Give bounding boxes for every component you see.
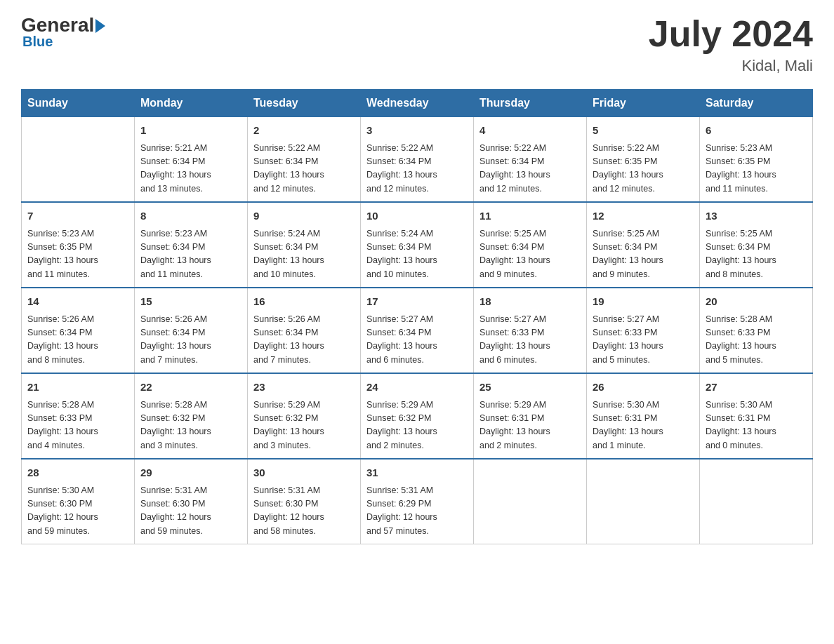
- day-number: 6: [706, 123, 807, 139]
- day-info: Sunrise: 5:25 AMSunset: 6:34 PMDaylight:…: [706, 227, 807, 282]
- calendar-cell: 26Sunrise: 5:30 AMSunset: 6:31 PMDayligh…: [587, 373, 700, 459]
- calendar-cell: 12Sunrise: 5:25 AMSunset: 6:34 PMDayligh…: [587, 202, 700, 288]
- day-info: Sunrise: 5:31 AMSunset: 6:30 PMDaylight:…: [140, 484, 241, 539]
- calendar-cell: 7Sunrise: 5:23 AMSunset: 6:35 PMDaylight…: [22, 202, 135, 288]
- col-header-sunday: Sunday: [22, 90, 135, 117]
- day-info: Sunrise: 5:29 AMSunset: 6:32 PMDaylight:…: [253, 398, 355, 453]
- day-number: 26: [593, 380, 694, 396]
- calendar-cell: 31Sunrise: 5:31 AMSunset: 6:29 PMDayligh…: [361, 459, 474, 544]
- calendar-cell: 29Sunrise: 5:31 AMSunset: 6:30 PMDayligh…: [135, 459, 248, 544]
- calendar-table: SundayMondayTuesdayWednesdayThursdayFrid…: [21, 89, 813, 544]
- day-info: Sunrise: 5:23 AMSunset: 6:34 PMDaylight:…: [140, 227, 241, 282]
- calendar-week-row: 14Sunrise: 5:26 AMSunset: 6:34 PMDayligh…: [22, 288, 813, 373]
- calendar-cell: 21Sunrise: 5:28 AMSunset: 6:33 PMDayligh…: [22, 373, 135, 459]
- calendar-cell: 6Sunrise: 5:23 AMSunset: 6:35 PMDaylight…: [700, 117, 813, 203]
- day-number: 24: [366, 380, 468, 396]
- day-info: Sunrise: 5:28 AMSunset: 6:32 PMDaylight:…: [140, 398, 241, 453]
- day-info: Sunrise: 5:23 AMSunset: 6:35 PMDaylight:…: [27, 227, 128, 282]
- day-number: 9: [253, 208, 355, 224]
- day-number: 12: [593, 208, 694, 224]
- calendar-cell: [22, 117, 135, 203]
- day-number: 1: [140, 123, 241, 139]
- day-number: 18: [479, 294, 581, 310]
- day-info: Sunrise: 5:30 AMSunset: 6:31 PMDaylight:…: [593, 398, 694, 453]
- logo: General Blue: [21, 14, 105, 50]
- day-number: 28: [27, 465, 128, 481]
- day-number: 16: [253, 294, 355, 310]
- calendar-cell: [587, 459, 700, 544]
- calendar-cell: 2Sunrise: 5:22 AMSunset: 6:34 PMDaylight…: [248, 117, 361, 203]
- col-header-friday: Friday: [587, 90, 700, 117]
- day-number: 25: [479, 380, 581, 396]
- calendar-cell: 9Sunrise: 5:24 AMSunset: 6:34 PMDaylight…: [248, 202, 361, 288]
- month-title: July 2024: [649, 14, 813, 54]
- day-number: 14: [27, 294, 128, 310]
- day-info: Sunrise: 5:22 AMSunset: 6:34 PMDaylight:…: [479, 142, 581, 196]
- calendar-cell: 18Sunrise: 5:27 AMSunset: 6:33 PMDayligh…: [474, 288, 587, 373]
- day-number: 22: [140, 380, 241, 396]
- calendar-cell: 14Sunrise: 5:26 AMSunset: 6:34 PMDayligh…: [22, 288, 135, 373]
- calendar-week-row: 7Sunrise: 5:23 AMSunset: 6:35 PMDaylight…: [22, 202, 813, 288]
- day-number: 4: [479, 123, 581, 139]
- calendar-cell: 23Sunrise: 5:29 AMSunset: 6:32 PMDayligh…: [248, 373, 361, 459]
- day-number: 5: [593, 123, 694, 139]
- calendar-cell: 28Sunrise: 5:30 AMSunset: 6:30 PMDayligh…: [22, 459, 135, 544]
- calendar-cell: 16Sunrise: 5:26 AMSunset: 6:34 PMDayligh…: [248, 288, 361, 373]
- day-info: Sunrise: 5:25 AMSunset: 6:34 PMDaylight:…: [479, 227, 581, 282]
- day-info: Sunrise: 5:24 AMSunset: 6:34 PMDaylight:…: [366, 227, 468, 282]
- day-info: Sunrise: 5:28 AMSunset: 6:33 PMDaylight:…: [27, 398, 128, 453]
- calendar-cell: 30Sunrise: 5:31 AMSunset: 6:30 PMDayligh…: [248, 459, 361, 544]
- col-header-monday: Monday: [135, 90, 248, 117]
- col-header-saturday: Saturday: [700, 90, 813, 117]
- calendar-cell: 8Sunrise: 5:23 AMSunset: 6:34 PMDaylight…: [135, 202, 248, 288]
- day-number: 21: [27, 380, 128, 396]
- day-number: 31: [366, 465, 468, 481]
- calendar-week-row: 21Sunrise: 5:28 AMSunset: 6:33 PMDayligh…: [22, 373, 813, 459]
- day-number: 8: [140, 208, 241, 224]
- day-info: Sunrise: 5:31 AMSunset: 6:29 PMDaylight:…: [366, 484, 468, 539]
- day-number: 10: [366, 208, 468, 224]
- day-info: Sunrise: 5:22 AMSunset: 6:35 PMDaylight:…: [593, 142, 694, 196]
- calendar-cell: 15Sunrise: 5:26 AMSunset: 6:34 PMDayligh…: [135, 288, 248, 373]
- day-number: 19: [593, 294, 694, 310]
- col-header-thursday: Thursday: [474, 90, 587, 117]
- calendar-cell: 5Sunrise: 5:22 AMSunset: 6:35 PMDaylight…: [587, 117, 700, 203]
- day-info: Sunrise: 5:26 AMSunset: 6:34 PMDaylight:…: [140, 313, 241, 368]
- calendar-cell: 24Sunrise: 5:29 AMSunset: 6:32 PMDayligh…: [361, 373, 474, 459]
- calendar-cell: 20Sunrise: 5:28 AMSunset: 6:33 PMDayligh…: [700, 288, 813, 373]
- day-number: 11: [479, 208, 581, 224]
- day-info: Sunrise: 5:26 AMSunset: 6:34 PMDaylight:…: [253, 313, 355, 368]
- calendar-cell: 22Sunrise: 5:28 AMSunset: 6:32 PMDayligh…: [135, 373, 248, 459]
- day-info: Sunrise: 5:30 AMSunset: 6:31 PMDaylight:…: [706, 398, 807, 453]
- day-info: Sunrise: 5:25 AMSunset: 6:34 PMDaylight:…: [593, 227, 694, 282]
- day-info: Sunrise: 5:27 AMSunset: 6:33 PMDaylight:…: [479, 313, 581, 368]
- calendar-cell: 11Sunrise: 5:25 AMSunset: 6:34 PMDayligh…: [474, 202, 587, 288]
- calendar-week-row: 1Sunrise: 5:21 AMSunset: 6:34 PMDaylight…: [22, 117, 813, 203]
- day-number: 30: [253, 465, 355, 481]
- calendar-cell: [474, 459, 587, 544]
- day-number: 17: [366, 294, 468, 310]
- day-number: 7: [27, 208, 128, 224]
- calendar-cell: 19Sunrise: 5:27 AMSunset: 6:33 PMDayligh…: [587, 288, 700, 373]
- col-header-tuesday: Tuesday: [248, 90, 361, 117]
- logo-blue: Blue: [22, 34, 53, 50]
- day-info: Sunrise: 5:21 AMSunset: 6:34 PMDaylight:…: [140, 142, 241, 196]
- day-number: 23: [253, 380, 355, 396]
- day-number: 27: [706, 380, 807, 396]
- day-info: Sunrise: 5:22 AMSunset: 6:34 PMDaylight:…: [253, 142, 355, 196]
- day-info: Sunrise: 5:29 AMSunset: 6:31 PMDaylight:…: [479, 398, 581, 453]
- calendar-cell: 10Sunrise: 5:24 AMSunset: 6:34 PMDayligh…: [361, 202, 474, 288]
- day-number: 20: [706, 294, 807, 310]
- calendar-cell: 3Sunrise: 5:22 AMSunset: 6:34 PMDaylight…: [361, 117, 474, 203]
- day-info: Sunrise: 5:26 AMSunset: 6:34 PMDaylight:…: [27, 313, 128, 368]
- day-info: Sunrise: 5:23 AMSunset: 6:35 PMDaylight:…: [706, 142, 807, 196]
- day-number: 3: [366, 123, 468, 139]
- title-area: July 2024 Kidal, Mali: [649, 14, 813, 75]
- day-number: 29: [140, 465, 241, 481]
- col-header-wednesday: Wednesday: [361, 90, 474, 117]
- day-info: Sunrise: 5:27 AMSunset: 6:33 PMDaylight:…: [593, 313, 694, 368]
- calendar-week-row: 28Sunrise: 5:30 AMSunset: 6:30 PMDayligh…: [22, 459, 813, 544]
- calendar-cell: 17Sunrise: 5:27 AMSunset: 6:34 PMDayligh…: [361, 288, 474, 373]
- day-number: 13: [706, 208, 807, 224]
- day-info: Sunrise: 5:22 AMSunset: 6:34 PMDaylight:…: [366, 142, 468, 196]
